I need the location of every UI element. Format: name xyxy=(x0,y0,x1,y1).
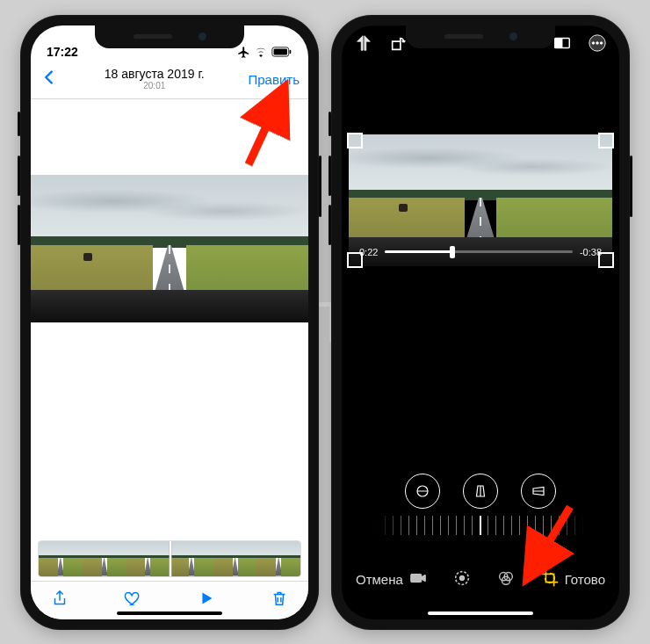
svg-rect-5 xyxy=(555,38,562,47)
video-preview xyxy=(31,175,308,322)
nav-bar: 18 августа 2019 г. 20:01 Править xyxy=(31,61,308,99)
volume-up xyxy=(18,156,20,196)
flip-button[interactable] xyxy=(354,33,373,56)
notch xyxy=(406,25,555,48)
tab-adjust[interactable] xyxy=(452,568,472,590)
share-icon xyxy=(50,589,69,608)
video-scrubber[interactable]: 0:22 -0:38 xyxy=(359,247,602,257)
trash-icon xyxy=(270,589,289,608)
chevron-left-icon xyxy=(40,68,59,87)
phone-left: 17:22 18 августа 2019 г. 20:01 Править xyxy=(20,15,319,630)
crop-icon xyxy=(540,568,560,588)
crop-handle-tl[interactable] xyxy=(347,133,363,148)
svg-point-13 xyxy=(459,575,465,581)
tab-filters[interactable] xyxy=(496,568,516,590)
edit-button[interactable]: Править xyxy=(249,72,300,87)
play-button[interactable] xyxy=(197,589,216,611)
perspective-h-icon xyxy=(531,483,546,499)
cancel-button[interactable]: Отмена xyxy=(356,572,403,587)
more-button[interactable] xyxy=(588,33,607,56)
home-indicator[interactable] xyxy=(117,611,222,615)
editor-tool-tabs xyxy=(408,568,560,590)
share-button[interactable] xyxy=(50,589,69,611)
adjust-icon xyxy=(452,568,472,588)
aspect-icon xyxy=(552,33,572,53)
crop-handle-tr[interactable] xyxy=(598,133,614,148)
svg-point-7 xyxy=(592,41,595,44)
filters-icon xyxy=(496,568,516,588)
straighten-dials xyxy=(342,474,619,509)
tab-crop[interactable] xyxy=(540,568,560,590)
editor-bottom-bar: Отмена Готово xyxy=(342,558,619,602)
wifi-icon xyxy=(254,47,268,57)
perspective-v-icon xyxy=(473,483,488,499)
delete-button[interactable] xyxy=(270,589,289,611)
angle-ruler[interactable] xyxy=(377,516,584,535)
svg-point-8 xyxy=(596,41,599,44)
aspect-button[interactable] xyxy=(552,33,572,56)
tab-video[interactable] xyxy=(408,568,428,590)
back-button[interactable] xyxy=(40,68,61,90)
svg-rect-1 xyxy=(274,49,287,55)
mute-switch xyxy=(18,112,20,136)
photo-viewport[interactable] xyxy=(31,99,308,322)
done-button[interactable]: Готово xyxy=(565,572,605,587)
horizontal-dial[interactable] xyxy=(521,474,556,509)
mute-switch xyxy=(329,112,331,136)
play-icon xyxy=(197,589,216,608)
svg-point-9 xyxy=(600,41,603,44)
video-icon xyxy=(408,568,428,588)
flip-icon xyxy=(354,33,373,53)
favorite-button[interactable] xyxy=(123,589,142,611)
status-time: 17:22 xyxy=(47,45,78,59)
volume-down xyxy=(329,205,331,245)
heart-icon xyxy=(123,589,142,608)
nav-title: 18 августа 2019 г. 20:01 xyxy=(61,68,249,90)
straighten-icon xyxy=(415,483,430,499)
crop-handle-bl[interactable] xyxy=(347,252,363,268)
ellipsis-icon xyxy=(588,33,607,53)
filmstrip[interactable] xyxy=(38,540,301,577)
vertical-dial[interactable] xyxy=(463,474,498,509)
straighten-dial[interactable] xyxy=(405,474,440,509)
volume-down xyxy=(18,205,20,245)
airplane-icon xyxy=(237,46,250,59)
power-button xyxy=(319,156,321,217)
crop-handle-br[interactable] xyxy=(598,252,614,268)
battery-icon xyxy=(271,47,292,57)
scrubber-knob[interactable] xyxy=(450,246,455,258)
crop-area[interactable]: 0:22 -0:38 xyxy=(349,134,612,266)
notch xyxy=(95,25,244,48)
volume-up xyxy=(329,156,331,196)
playhead[interactable] xyxy=(170,540,171,577)
home-indicator[interactable] xyxy=(428,611,533,615)
svg-rect-2 xyxy=(290,50,292,54)
power-button xyxy=(630,156,632,217)
phone-right: 0:22 -0:38 Отмена xyxy=(331,15,630,630)
